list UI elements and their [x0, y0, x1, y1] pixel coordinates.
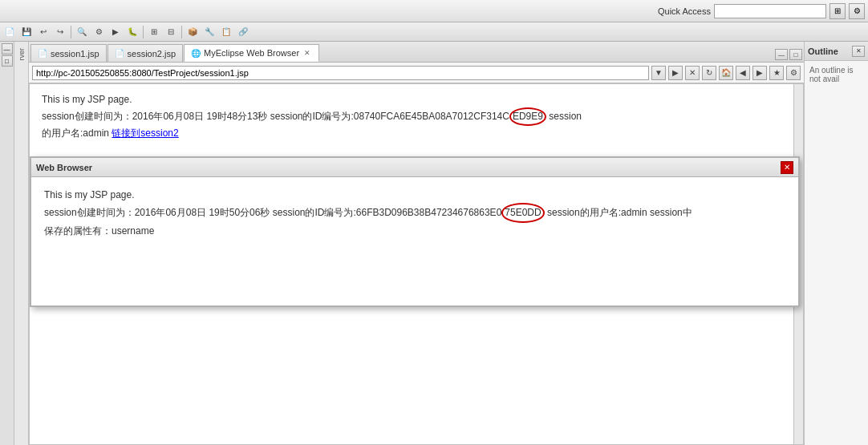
browser-content-session1: This is my JSP page. session创建时间为：2016年0…	[42, 92, 791, 142]
toolbar-extra4[interactable]: 🔗	[235, 24, 251, 40]
wb-line1: This is my JSP page.	[44, 187, 785, 203]
addr-refresh-btn[interactable]: ↻	[702, 66, 716, 80]
right-panel-header: Outline ✕	[805, 42, 868, 61]
browser-pane-session1: This is my JSP page. session创建时间为：2016年0…	[29, 83, 804, 445]
toolbar-run-icon[interactable]: ▶	[107, 24, 124, 40]
icon-toolbar: 📄 💾 ↩ ↪ 🔍 ⚙ ▶ 🐛 ⊞ ⊟ 📦 🔧 📋 🔗	[0, 22, 868, 42]
toolbar-extra3[interactable]: 📋	[218, 24, 234, 40]
toolbar-window-icon[interactable]: ⊟	[163, 24, 179, 40]
session1-line2: session创建时间为：2016年06月08日 19时48分13秒 sessi…	[42, 107, 780, 126]
left-controls: — □	[0, 42, 14, 445]
outline-title: Outline	[808, 47, 849, 56]
ide-main: — □ rver 📄 session1.jsp 📄 session2.jsp 🌐…	[0, 42, 868, 445]
outline-body: An outline is not avail	[805, 61, 868, 88]
quick-access-input[interactable]	[714, 4, 826, 18]
wb-line3: 保存的属性有：username	[44, 223, 785, 239]
session1-highlighted: ED9E9	[509, 107, 546, 126]
quick-access-area: Quick Access ⊞ ⚙	[658, 3, 865, 19]
toolbar-debug-icon[interactable]: 🐛	[124, 24, 140, 40]
left-ctrl-max[interactable]: □	[2, 55, 13, 67]
session1-line2-suffix: session	[546, 111, 582, 122]
address-bar: ▼ ▶ ✕ ↻ 🏠 ◀ ▶ ★ ⚙	[29, 63, 804, 83]
tab-web-browser-label: MyEclipse Web Browser	[204, 48, 299, 58]
tab-session2-icon: 📄	[115, 49, 124, 58]
toolbar-extra2[interactable]: 🔧	[201, 24, 217, 40]
addr-bookmark-btn[interactable]: ★	[769, 66, 784, 80]
left-sidebar: rver	[14, 42, 29, 445]
tab-session2[interactable]: 📄 session2.jsp	[107, 44, 184, 62]
pane-minimize[interactable]: —	[775, 49, 788, 60]
addr-dropdown-btn[interactable]: ▼	[651, 66, 666, 80]
tab-session1-label: session1.jsp	[51, 49, 99, 59]
tab-session1-icon: 📄	[38, 49, 47, 58]
toolbar-extra1[interactable]: 📦	[185, 24, 201, 40]
session1-line1: This is my JSP page.	[42, 92, 780, 107]
session1-line3-prefix: 的用户名:admin	[42, 127, 112, 139]
tab-bar: 📄 session1.jsp 📄 session2.jsp 🌐 MyEclips…	[29, 42, 804, 63]
toolbar-arrow2[interactable]: ↪	[52, 24, 68, 40]
outline-min[interactable]: ✕	[852, 46, 865, 57]
addr-forward-btn[interactable]: ▶	[752, 66, 767, 80]
wb-line2: session创建时间为：2016年06月08日 19时50分06秒 sessi…	[44, 203, 785, 222]
tab-session2-label: session2.jsp	[128, 49, 176, 59]
session1-line2-prefix: session创建时间为：2016年06月08日 19时48分13秒 sessi…	[42, 111, 509, 122]
addr-home-btn[interactable]: 🏠	[719, 66, 733, 80]
toolbar-gear-icon[interactable]: ⚙	[91, 24, 107, 40]
tab-web-browser[interactable]: 🌐 MyEclipse Web Browser ✕	[184, 44, 319, 62]
addr-stop-btn[interactable]: ✕	[685, 66, 700, 80]
session1-link[interactable]: 链接到session2	[112, 127, 178, 139]
tab-web-browser-icon: 🌐	[191, 49, 201, 58]
wb-close-btn[interactable]: ✕	[781, 161, 793, 174]
session1-line3: 的用户名:admin 链接到session2	[42, 126, 780, 141]
toolbar-icon-btn-1[interactable]: ⊞	[829, 3, 846, 19]
separator2	[143, 26, 144, 38]
wb-content: This is my JSP page. session创建时间为：2016年0…	[31, 177, 798, 305]
web-browser-window: Web Browser ✕ This is my JSP page. sessi…	[30, 156, 800, 307]
tab-bar-controls: — □	[775, 49, 802, 62]
wb-title: Web Browser	[36, 163, 92, 172]
toolbar-search-icon[interactable]: 🔍	[74, 24, 90, 40]
toolbar-save-icon[interactable]: 💾	[18, 24, 34, 40]
wb-line2-prefix: session创建时间为：2016年06月08日 19时50分06秒 sessi…	[44, 207, 501, 218]
wb-highlighted: 75E0DD	[501, 203, 544, 222]
tab-session1[interactable]: 📄 session1.jsp	[30, 44, 107, 62]
wb-titlebar: Web Browser ✕	[31, 158, 798, 177]
addr-settings-btn[interactable]: ⚙	[786, 66, 801, 80]
outline-body-text: An outline is not avail	[809, 66, 853, 83]
toolbar-layout-icon[interactable]: ⊞	[146, 24, 162, 40]
quick-access-label: Quick Access	[658, 6, 711, 16]
toolbar-arrow1[interactable]: ↩	[35, 24, 51, 40]
right-panel: Outline ✕ An outline is not avail	[804, 42, 868, 445]
toolbar-icon-btn-2[interactable]: ⚙	[849, 3, 865, 19]
center-area: 📄 session1.jsp 📄 session2.jsp 🌐 MyEclips…	[29, 42, 804, 445]
wb-line2-suffix: session的用户名:admin session中	[545, 207, 692, 218]
pane-maximize[interactable]: □	[789, 49, 802, 60]
separator1	[71, 26, 71, 38]
addr-run-btn[interactable]: ▶	[668, 66, 683, 80]
addr-back-btn[interactable]: ◀	[736, 66, 750, 80]
address-input[interactable]	[32, 66, 649, 80]
toolbar-file-icon[interactable]: 📄	[2, 24, 18, 40]
left-sidebar-label: rver	[18, 48, 26, 61]
separator3	[181, 26, 182, 38]
tab-web-browser-close[interactable]: ✕	[302, 48, 312, 58]
top-toolbar: Quick Access ⊞ ⚙	[0, 0, 868, 22]
left-ctrl-min[interactable]: —	[2, 43, 13, 55]
